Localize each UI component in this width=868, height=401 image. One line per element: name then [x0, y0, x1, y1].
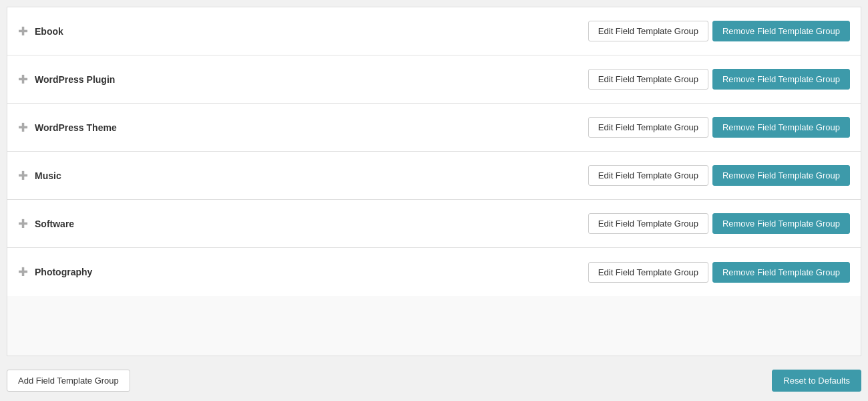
edit-field-template-group-button-ebook[interactable]: Edit Field Template Group — [588, 21, 708, 41]
row-left-wordpress-plugin: ✚ WordPress Plugin — [18, 72, 115, 87]
row-actions-software: Edit Field Template Group Remove Field T… — [588, 213, 850, 234]
footer-actions: Add Field Template Group Reset to Defaul… — [0, 363, 868, 401]
remove-field-template-group-button-music[interactable]: Remove Field Template Group — [712, 165, 850, 186]
edit-field-template-group-button-photography[interactable]: Edit Field Template Group — [588, 262, 708, 283]
row-label-wordpress-plugin: WordPress Plugin — [35, 74, 115, 85]
remove-field-template-group-button-wordpress-plugin[interactable]: Remove Field Template Group — [712, 69, 850, 90]
row-actions-wordpress-theme: Edit Field Template Group Remove Field T… — [588, 117, 850, 138]
row-actions-ebook: Edit Field Template Group Remove Field T… — [588, 21, 850, 41]
drag-handle-icon[interactable]: ✚ — [18, 168, 28, 183]
row-left-photography: ✚ Photography — [18, 265, 92, 279]
row-actions-photography: Edit Field Template Group Remove Field T… — [588, 262, 850, 283]
list-item: ✚ Ebook Edit Field Template Group Remove… — [7, 7, 861, 55]
edit-field-template-group-button-software[interactable]: Edit Field Template Group — [588, 213, 708, 234]
drag-handle-icon[interactable]: ✚ — [18, 265, 28, 279]
remove-field-template-group-button-photography[interactable]: Remove Field Template Group — [712, 262, 850, 283]
remove-field-template-group-button-ebook[interactable]: Remove Field Template Group — [712, 21, 850, 41]
drag-handle-icon[interactable]: ✚ — [18, 72, 28, 87]
remove-field-template-group-button-wordpress-theme[interactable]: Remove Field Template Group — [712, 117, 850, 138]
row-actions-wordpress-plugin: Edit Field Template Group Remove Field T… — [588, 69, 850, 90]
row-label-software: Software — [35, 219, 74, 229]
field-template-group-list: ✚ Ebook Edit Field Template Group Remove… — [7, 7, 861, 356]
list-item: ✚ Software Edit Field Template Group Rem… — [7, 200, 861, 248]
edit-field-template-group-button-music[interactable]: Edit Field Template Group — [588, 165, 708, 186]
row-label-wordpress-theme: WordPress Theme — [35, 122, 117, 133]
remove-field-template-group-button-software[interactable]: Remove Field Template Group — [712, 213, 850, 234]
list-item: ✚ Music Edit Field Template Group Remove… — [7, 152, 861, 200]
reset-to-defaults-button[interactable]: Reset to Defaults — [772, 370, 861, 392]
list-item: ✚ WordPress Theme Edit Field Template Gr… — [7, 104, 861, 152]
row-label-music: Music — [35, 170, 61, 181]
row-left-music: ✚ Music — [18, 168, 61, 183]
row-actions-music: Edit Field Template Group Remove Field T… — [588, 165, 850, 186]
edit-field-template-group-button-wordpress-theme[interactable]: Edit Field Template Group — [588, 117, 708, 138]
drag-handle-icon[interactable]: ✚ — [18, 217, 28, 231]
add-field-template-group-button[interactable]: Add Field Template Group — [7, 370, 130, 392]
row-label-ebook: Ebook — [35, 26, 63, 37]
row-left-wordpress-theme: ✚ WordPress Theme — [18, 120, 117, 135]
list-item: ✚ Photography Edit Field Template Group … — [7, 248, 861, 296]
row-left-ebook: ✚ Ebook — [18, 24, 63, 39]
page-container: ✚ Ebook Edit Field Template Group Remove… — [0, 0, 868, 401]
edit-field-template-group-button-wordpress-plugin[interactable]: Edit Field Template Group — [588, 69, 708, 90]
drag-handle-icon[interactable]: ✚ — [18, 24, 28, 39]
drag-handle-icon[interactable]: ✚ — [18, 120, 28, 135]
row-left-software: ✚ Software — [18, 217, 74, 231]
row-label-photography: Photography — [35, 267, 92, 277]
list-item: ✚ WordPress Plugin Edit Field Template G… — [7, 55, 861, 104]
